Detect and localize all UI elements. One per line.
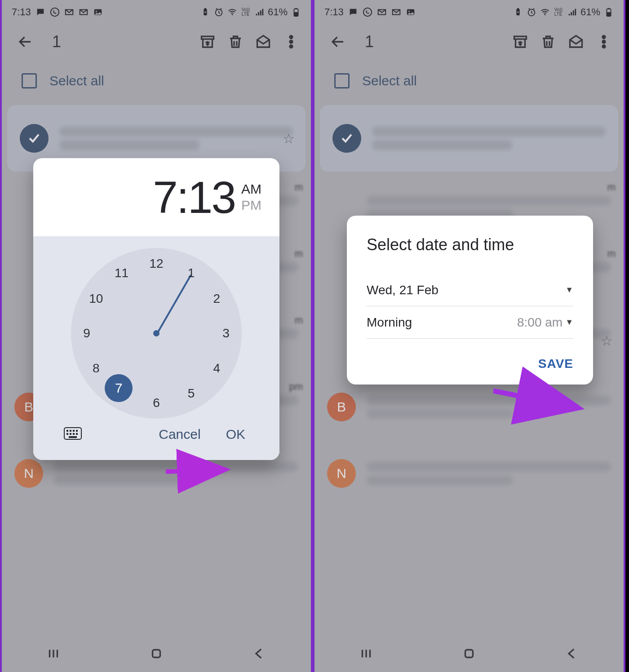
ok-button[interactable]: OK	[226, 427, 245, 442]
svg-point-37	[602, 36, 605, 39]
alarm-icon	[214, 7, 224, 17]
time-row[interactable]: Morning 8:00 am ▼	[367, 306, 573, 339]
home-icon[interactable]	[459, 644, 479, 663]
clock-number[interactable]: 9	[77, 323, 97, 343]
time-display: 7:13 AM PM	[33, 158, 279, 236]
whatsapp-icon	[363, 7, 372, 17]
mail-icon	[377, 7, 387, 17]
clock-number[interactable]: 8	[86, 358, 106, 378]
archive-icon[interactable]	[197, 31, 218, 53]
mark-read-icon[interactable]	[252, 31, 274, 53]
battery-icon	[291, 7, 301, 17]
cancel-button[interactable]: Cancel	[159, 427, 200, 442]
svg-rect-34	[607, 12, 611, 16]
select-all-checkbox[interactable]	[22, 73, 37, 88]
battery-icon	[604, 7, 614, 17]
mail-icon	[79, 7, 89, 17]
keyboard-icon[interactable]	[64, 427, 82, 442]
svg-point-38	[602, 40, 605, 43]
svg-point-6	[231, 14, 233, 15]
select-all-checkbox[interactable]	[334, 73, 350, 88]
selection-count: 1	[52, 32, 190, 51]
am-toggle[interactable]: AM	[241, 181, 261, 197]
selection-count: 1	[365, 32, 503, 51]
back-icon[interactable]	[14, 31, 36, 53]
back-icon[interactable]	[562, 644, 582, 663]
svg-rect-24	[69, 436, 77, 438]
clock-number[interactable]	[112, 384, 132, 403]
selection-toolbar: 1	[314, 24, 624, 59]
time-value: 8:00 am	[517, 315, 563, 330]
more-icon[interactable]	[280, 31, 302, 53]
recents-icon[interactable]	[356, 644, 376, 663]
svg-point-28	[408, 11, 410, 12]
clock-number[interactable]: 5	[182, 384, 201, 403]
clock-number[interactable]: 12	[146, 254, 166, 274]
delete-icon[interactable]	[537, 31, 559, 53]
mail-icon	[64, 7, 74, 17]
date-row[interactable]: Wed, 21 Feb ▼	[367, 274, 573, 306]
star-icon[interactable]: ☆	[601, 333, 613, 349]
mark-read-icon[interactable]	[565, 31, 587, 53]
status-time: 7:13	[12, 6, 31, 18]
datetime-dialog: Select date and time Wed, 21 Feb ▼ Morni…	[347, 216, 593, 385]
wifi-icon	[227, 7, 237, 17]
svg-rect-19	[76, 430, 78, 432]
svg-rect-21	[70, 433, 71, 435]
list-item[interactable]	[320, 105, 618, 172]
svg-rect-10	[202, 36, 214, 39]
star-icon[interactable]: ☆	[283, 131, 295, 146]
back-icon[interactable]	[327, 31, 349, 53]
alarm-icon	[527, 7, 536, 17]
time-period-label: Morning	[367, 315, 412, 330]
minute-value[interactable]: 13	[188, 172, 235, 222]
clock-number[interactable]: 2	[207, 289, 226, 309]
caret-down-icon: ▼	[565, 318, 573, 327]
list-item[interactable]: N	[314, 440, 624, 507]
svg-rect-18	[73, 430, 75, 432]
clock-number[interactable]: 11	[112, 263, 132, 283]
svg-rect-14	[152, 650, 160, 658]
right-phone: 7:13 Vo))LTE 61% 1 Select all	[313, 0, 625, 672]
select-all-row[interactable]: Select all	[314, 59, 624, 102]
android-navbar	[314, 635, 624, 672]
back-icon[interactable]	[249, 644, 269, 663]
caret-down-icon: ▼	[565, 285, 573, 295]
hour-value[interactable]: 7	[153, 172, 177, 222]
selected-check-icon	[332, 124, 361, 153]
svg-rect-35	[608, 8, 610, 9]
svg-rect-22	[73, 433, 75, 435]
chat-icon	[348, 7, 358, 17]
save-button[interactable]: SAVE	[538, 357, 573, 371]
pm-toggle[interactable]: PM	[241, 198, 261, 213]
date-label: Wed, 21 Feb	[367, 283, 439, 297]
more-icon[interactable]	[593, 31, 615, 53]
clock-number[interactable]: 6	[146, 393, 166, 413]
whatsapp-icon	[50, 7, 60, 17]
clock-face[interactable]: 7 12123456891011	[71, 248, 242, 419]
statusbar: 7:13 Vo))LTE 61%	[2, 0, 311, 24]
status-time: 7:13	[324, 6, 344, 18]
clock-number[interactable]: 4	[207, 358, 226, 378]
left-phone: 7:13 Vo))LTE 61% 1 Select all	[0, 0, 313, 672]
clock-number[interactable]: 3	[216, 323, 236, 343]
signal-icon	[254, 7, 264, 17]
selected-check-icon	[20, 124, 49, 153]
selection-toolbar: 1	[2, 24, 311, 59]
svg-point-39	[602, 45, 605, 48]
battery-saver-icon	[200, 7, 210, 17]
clock-number[interactable]: 1	[182, 263, 201, 283]
avatar: N	[14, 459, 43, 488]
archive-icon[interactable]	[509, 31, 531, 53]
svg-rect-4	[204, 8, 206, 9]
home-icon[interactable]	[146, 644, 166, 663]
clock-number[interactable]: 10	[86, 289, 106, 309]
volte-icon: Vo))LTE	[554, 7, 563, 17]
battery-percent: 61%	[268, 6, 288, 18]
select-all-row[interactable]: Select all	[2, 59, 311, 102]
recents-icon[interactable]	[44, 644, 63, 663]
dialog-title: Select date and time	[367, 235, 573, 254]
delete-icon[interactable]	[225, 31, 246, 53]
battery-saver-icon	[513, 7, 523, 17]
chat-icon	[35, 7, 45, 17]
